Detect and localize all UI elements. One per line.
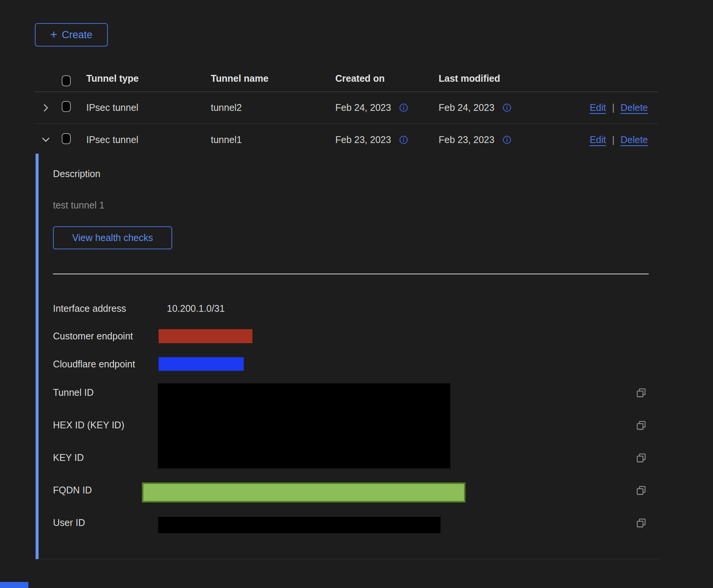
copy-icon[interactable] xyxy=(636,453,646,463)
header-last-modified: Last modified xyxy=(439,65,583,84)
row-checkbox[interactable] xyxy=(62,133,71,144)
tunnel-name-value: tunnel1 xyxy=(211,134,335,145)
actions-separator: | xyxy=(612,134,615,145)
view-health-checks-button[interactable]: View health checks xyxy=(53,226,172,249)
expanded-tunnel-details: Description test tunnel 1 View health ch… xyxy=(36,154,659,559)
description-label: Description xyxy=(53,168,100,179)
customer-endpoint-redaction xyxy=(159,329,252,343)
header-created-on: Created on xyxy=(335,65,439,84)
tunnel-type-value: IPsec tunnel xyxy=(86,102,211,113)
create-button[interactable]: + Create xyxy=(35,23,108,47)
header-tunnel-type: Tunnel type xyxy=(86,65,211,84)
chevron-right-icon[interactable] xyxy=(39,101,52,114)
last-modified-value: Feb 23, 2023 xyxy=(439,134,494,145)
field-label: Cloudflare endpoint xyxy=(53,359,135,370)
plus-icon: + xyxy=(50,28,58,40)
tunnels-table: Tunnel type Tunnel name Created on Last … xyxy=(35,57,659,156)
info-icon[interactable] xyxy=(399,135,408,144)
copy-icon[interactable] xyxy=(636,420,646,431)
edit-link[interactable]: Edit xyxy=(590,134,606,145)
copy-icon[interactable] xyxy=(636,518,646,528)
field-label: Interface address xyxy=(53,303,126,314)
info-icon[interactable] xyxy=(503,135,511,144)
tunnel-type-value: IPsec tunnel xyxy=(86,134,211,145)
created-on-value: Feb 23, 2023 xyxy=(335,134,391,145)
user-id-redaction xyxy=(158,517,441,533)
header-spacer xyxy=(35,70,62,78)
cloudflare-endpoint-redaction xyxy=(159,357,244,371)
chevron-down-icon[interactable] xyxy=(39,133,52,146)
tunnel-name-value: tunnel2 xyxy=(211,102,335,113)
field-label: User ID xyxy=(53,517,85,528)
field-label: FQDN ID xyxy=(53,485,92,496)
table-row: IPsec tunnel tunnel1 Feb 23, 2023 Feb 23… xyxy=(35,124,659,156)
field-label: HEX ID (KEY ID) xyxy=(53,420,124,431)
table-header-row: Tunnel type Tunnel name Created on Last … xyxy=(35,57,659,92)
delete-link[interactable]: Delete xyxy=(621,134,648,145)
fqdn-id-redaction xyxy=(142,482,465,502)
actions-separator: | xyxy=(612,102,615,113)
scroll-indicator xyxy=(0,582,28,588)
header-tunnel-name: Tunnel name xyxy=(211,65,335,84)
field-label: Tunnel ID xyxy=(53,387,93,398)
copy-icon[interactable] xyxy=(636,388,646,398)
field-label: Customer endpoint xyxy=(53,331,133,342)
create-button-label: Create xyxy=(62,29,92,41)
select-all-checkbox[interactable] xyxy=(62,75,71,86)
ipsec-tunnels-page: + Create Tunnel type Tunnel name Created… xyxy=(0,0,713,588)
interface-address-value: 10.200.1.0/31 xyxy=(167,303,225,314)
row-checkbox[interactable] xyxy=(62,101,71,112)
delete-link[interactable]: Delete xyxy=(621,102,648,113)
table-row: IPsec tunnel tunnel2 Feb 24, 2023 Feb 24… xyxy=(35,92,659,124)
tunnel-id-redaction xyxy=(158,383,450,468)
section-divider xyxy=(53,274,649,274)
info-icon[interactable] xyxy=(399,103,408,112)
field-label: KEY ID xyxy=(53,452,84,463)
last-modified-value: Feb 24, 2023 xyxy=(439,102,494,113)
info-icon[interactable] xyxy=(503,103,511,112)
description-value: test tunnel 1 xyxy=(53,200,104,211)
edit-link[interactable]: Edit xyxy=(590,102,606,113)
copy-icon[interactable] xyxy=(636,485,646,496)
created-on-value: Feb 24, 2023 xyxy=(335,102,391,113)
